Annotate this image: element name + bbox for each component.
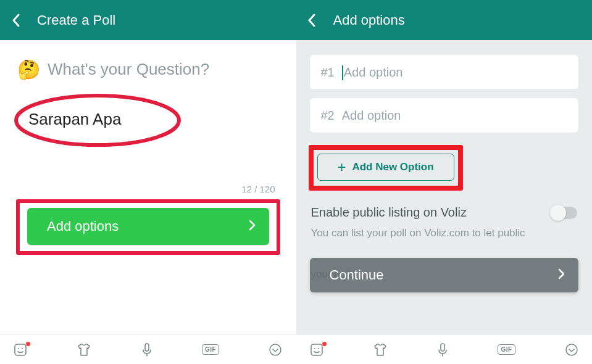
- chevron-down-icon[interactable]: [269, 343, 282, 357]
- keyboard-toolbar: GIF: [296, 334, 593, 364]
- svg-rect-4: [145, 344, 149, 351]
- svg-rect-1: [15, 344, 26, 355]
- tshirt-icon[interactable]: [373, 343, 388, 357]
- add-options-highlight: Add options: [17, 199, 279, 255]
- screen-title: Create a Poll: [37, 12, 115, 28]
- gif-icon[interactable]: GIF: [498, 344, 515, 355]
- public-listing-toggle[interactable]: [551, 207, 577, 219]
- continue-label: Continue: [330, 267, 384, 283]
- back-icon[interactable]: [307, 13, 316, 28]
- keyboard-toolbar: GIF: [0, 334, 296, 364]
- question-input-highlight: Sarapan Apa: [11, 91, 184, 150]
- svg-rect-9: [441, 344, 444, 351]
- desc-line: You can list your poll on Voliz.com to l…: [311, 226, 578, 241]
- svg-point-10: [566, 344, 577, 355]
- public-listing-label: Enable public listing on Voliz: [311, 205, 552, 220]
- gif-icon[interactable]: GIF: [202, 344, 219, 355]
- svg-point-2: [18, 347, 19, 349]
- svg-point-7: [314, 347, 315, 349]
- question-prompt: What's your Question?: [48, 60, 209, 79]
- continue-button[interactable]: Continue: [310, 258, 579, 292]
- tshirt-icon[interactable]: [77, 343, 91, 357]
- mic-icon[interactable]: [437, 342, 448, 357]
- svg-point-3: [22, 347, 23, 349]
- chevron-right-icon: [558, 268, 565, 282]
- chevron-down-icon[interactable]: [565, 343, 578, 357]
- add-options-screen: Add options #1 Add option #2 Add option …: [296, 0, 593, 364]
- add-new-option-label: Add New Option: [352, 161, 433, 173]
- sticker-icon[interactable]: [14, 343, 27, 357]
- chevron-right-icon: [249, 220, 256, 233]
- add-new-option-highlight: + Add New Option: [309, 145, 463, 191]
- sticker-icon[interactable]: [310, 343, 323, 357]
- poll-body: 🤔 What's your Question? Sarapan Apa 12 /…: [0, 40, 296, 334]
- add-new-option-button[interactable]: + Add New Option: [317, 154, 454, 181]
- notification-dot: [26, 342, 30, 346]
- appbar-right: Add options: [296, 0, 593, 40]
- option-input-1[interactable]: #1 Add option: [310, 55, 579, 89]
- create-poll-screen: Create a Poll 🤔 What's your Question? Sa…: [0, 0, 296, 364]
- add-options-label: Add options: [47, 218, 119, 234]
- appbar-left: Create a Poll: [0, 0, 296, 40]
- notification-dot: [322, 342, 327, 346]
- svg-point-8: [317, 347, 319, 349]
- plus-icon: +: [337, 160, 346, 175]
- option-number: #2: [321, 109, 335, 123]
- char-counter: 12 / 120: [241, 184, 275, 194]
- public-listing-row: Enable public listing on Voliz: [310, 205, 579, 220]
- question-row: 🤔 What's your Question?: [17, 59, 279, 80]
- question-input[interactable]: Sarapan Apa: [28, 110, 121, 129]
- mic-icon[interactable]: [141, 342, 152, 357]
- add-options-button[interactable]: Add options: [27, 208, 269, 245]
- option-placeholder: Add option: [342, 109, 401, 123]
- option-placeholder: Add option: [344, 65, 403, 80]
- text-cursor: [342, 65, 343, 80]
- svg-point-5: [270, 344, 281, 355]
- svg-rect-6: [311, 344, 322, 355]
- option-number: #1: [321, 65, 335, 80]
- screen-title: Add options: [333, 12, 405, 28]
- back-icon[interactable]: [11, 13, 20, 28]
- thinking-emoji: 🤔: [17, 59, 40, 80]
- toggle-knob: [550, 205, 566, 221]
- option-input-2[interactable]: #2 Add option: [310, 98, 579, 133]
